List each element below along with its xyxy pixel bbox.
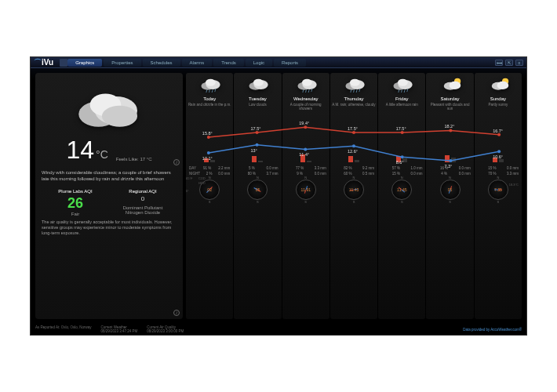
forecast-icon bbox=[245, 76, 270, 95]
tab-logic[interactable]: Logic bbox=[246, 59, 272, 67]
forecast-icon bbox=[486, 76, 511, 95]
svg-point-23 bbox=[350, 79, 360, 86]
day-1[interactable]: TuesdayLow clouds5 %0.0 mm80 %3.7 mm05 bbox=[234, 73, 281, 319]
day-3[interactable]: ThursdayA.M. rain; otherwise, cloudy82 %… bbox=[330, 73, 377, 319]
svg-point-13 bbox=[253, 79, 264, 86]
svg-line-18 bbox=[305, 89, 306, 93]
temp-row: 14 °C Feels Like: 17 °C bbox=[42, 136, 177, 165]
day-desc: A little afternoon rain bbox=[386, 103, 418, 112]
day-desc: A.M. rain; otherwise, cloudy bbox=[332, 103, 375, 112]
weather-time: 08/29/2023 3:47:24 PM bbox=[101, 329, 138, 333]
day-name: Wednesday bbox=[293, 96, 319, 101]
tab-reports[interactable]: Reports bbox=[274, 59, 306, 67]
forecast-icon bbox=[293, 76, 319, 95]
detach-icon[interactable]: ⇱ bbox=[505, 60, 513, 66]
toolbar-right: ⟷ ⇱ ≡ bbox=[495, 60, 523, 66]
day-0[interactable]: TodayRain and drizzle in the p.m.DAY91 %… bbox=[186, 73, 233, 319]
hdd-bar bbox=[355, 160, 359, 162]
temp-unit: °C bbox=[96, 148, 108, 161]
svg-point-3 bbox=[102, 106, 137, 127]
day-4[interactable]: FridayA little afternoon rain57 %1.0 mm1… bbox=[378, 73, 425, 319]
precip: 57 %1.0 mm15 %0.0 mm bbox=[380, 165, 424, 176]
degree-bars bbox=[235, 150, 279, 162]
day-desc: Rain and drizzle in the p.m. bbox=[188, 103, 231, 112]
svg-point-30 bbox=[398, 79, 408, 86]
svg-line-8 bbox=[209, 89, 210, 93]
lo-temp: 8.6° bbox=[396, 160, 404, 165]
tab-properties[interactable]: Properties bbox=[104, 59, 140, 67]
cdd-bar bbox=[252, 156, 257, 162]
lo-temp: 12.6° bbox=[348, 149, 358, 154]
lo-temp: 13° bbox=[251, 148, 257, 153]
hi-temp: 17.5° bbox=[251, 126, 261, 131]
wind-compass: 7.35 bbox=[488, 180, 508, 200]
tab-graphics[interactable]: Graphics bbox=[67, 59, 102, 67]
day-desc: A couple of morning showers bbox=[284, 103, 328, 112]
wind-compass: 11.43 bbox=[344, 180, 364, 200]
hi-temp: 16.7° bbox=[493, 129, 503, 133]
svg-point-40 bbox=[497, 82, 508, 89]
tab-alarms[interactable]: Alarms bbox=[182, 59, 213, 67]
weather-description: Windy with considerable cloudiness; a co… bbox=[42, 169, 177, 183]
content: 14 °C Feels Like: 17 °C i Windy with con… bbox=[31, 68, 526, 324]
hi-temp: 18.2° bbox=[444, 124, 454, 129]
lo-temp: 7.3° bbox=[444, 164, 452, 169]
wind-compass: 11.91 bbox=[296, 180, 316, 200]
scale-icon[interactable]: ⟷ bbox=[495, 60, 503, 66]
svg-point-16 bbox=[302, 79, 312, 86]
current-temp: 14 bbox=[66, 136, 94, 165]
day-2[interactable]: WednesdayA couple of morning showers77 %… bbox=[282, 73, 329, 319]
day-name: Saturday bbox=[441, 96, 460, 101]
regional-aqi-value: 0 bbox=[109, 195, 177, 202]
lo-temp: 10.1° bbox=[202, 156, 213, 161]
axis-top: 65°F bbox=[186, 176, 193, 180]
svg-point-37 bbox=[449, 82, 461, 89]
aqi-description: The air quality is generally acceptable … bbox=[42, 220, 177, 236]
footer: As Reported At: Oslo, Oslo, Norway Curre… bbox=[31, 324, 526, 335]
hi-temp: 17.5° bbox=[396, 126, 406, 131]
precip: 82 %9.2 mm60 %0.5 mm bbox=[332, 165, 376, 176]
regional-aqi-label: Regional AQI bbox=[109, 189, 177, 194]
menu-icon[interactable]: ≡ bbox=[515, 60, 523, 66]
hdd-bar bbox=[451, 158, 456, 162]
svg-line-19 bbox=[308, 89, 309, 93]
day-desc: Pleasant with clouds and sun bbox=[428, 103, 471, 112]
cdd-bar bbox=[445, 155, 450, 162]
cdd-bar bbox=[348, 156, 353, 162]
svg-line-27 bbox=[359, 89, 360, 92]
svg-line-20 bbox=[311, 89, 312, 92]
svg-line-9 bbox=[212, 89, 213, 93]
svg-line-33 bbox=[404, 89, 405, 93]
wind-compass: 05 bbox=[440, 180, 461, 200]
hdd-bar bbox=[499, 159, 504, 162]
forecast-icon bbox=[389, 76, 414, 95]
svg-line-17 bbox=[303, 89, 304, 93]
info-icon[interactable]: i bbox=[173, 310, 180, 316]
day-desc: Low clouds bbox=[249, 103, 267, 112]
location: Oslo, Oslo, Norway bbox=[61, 325, 92, 329]
day-5[interactable]: SaturdayPleasant with clouds and sun16 %… bbox=[426, 73, 473, 319]
svg-line-10 bbox=[215, 89, 216, 92]
reported-label: As Reported At: bbox=[35, 325, 60, 329]
plume-aqi-status: Fair bbox=[42, 212, 109, 216]
plume-aqi-label: Plume Labs AQI bbox=[42, 189, 109, 194]
forecast-panel: TodayRain and drizzle in the p.m.DAY91 %… bbox=[186, 73, 522, 319]
tab-schedules[interactable]: Schedules bbox=[143, 59, 180, 67]
aq-time: 08/29/2023 3:00:00 PM bbox=[147, 329, 184, 333]
svg-line-31 bbox=[399, 89, 399, 93]
hi-temp: 19.4° bbox=[299, 121, 309, 125]
day-6[interactable]: SundayPartly sunny15 %0.0 mm70 %3.3 mm7.… bbox=[475, 73, 522, 319]
svg-line-7 bbox=[206, 89, 207, 93]
home-icon[interactable] bbox=[60, 59, 67, 67]
day-name: Thursday bbox=[344, 96, 363, 101]
svg-line-26 bbox=[356, 89, 357, 93]
info-icon[interactable]: i bbox=[173, 159, 180, 165]
pollutant-value: Nitrogen Dioxide bbox=[109, 210, 177, 215]
hi-temp: 17.5° bbox=[348, 126, 358, 131]
top-nav: ⌒iVu GraphicsPropertiesSchedulesAlarmsTr… bbox=[31, 57, 526, 68]
precip: DAY91 %2.2 mmNIGHT2 %0.0 mm bbox=[187, 165, 231, 176]
tab-trends[interactable]: Trends bbox=[213, 59, 243, 67]
tab-bar: GraphicsPropertiesSchedulesAlarmsTrendsL… bbox=[67, 59, 495, 67]
data-provider: Data provided by AccuWeather.com® bbox=[463, 328, 522, 332]
wind-compass: 05 bbox=[247, 180, 268, 200]
